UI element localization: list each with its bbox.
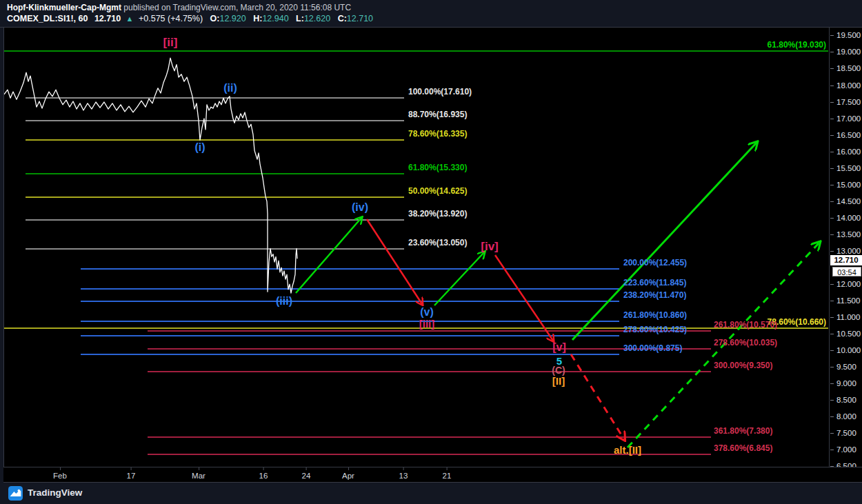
- fib-level-line: [148, 436, 711, 438]
- fib-level-line: [81, 354, 619, 355]
- bar-countdown-badge: 03:54: [832, 267, 861, 276]
- fib-level-label: 238.20%(11.470): [623, 291, 686, 300]
- fib-level-line: [26, 248, 404, 250]
- tradingview-brand[interactable]: TradingView: [28, 487, 82, 498]
- last-price: 12.710: [94, 14, 121, 23]
- wave-label: (i): [194, 141, 205, 154]
- trend-arrow: [296, 218, 361, 293]
- fib-level-label: 278.60%(10.035): [714, 339, 777, 347]
- wave-label: [iv]: [481, 240, 499, 254]
- time-axis-tick: 24: [302, 472, 311, 480]
- price-axis-tick: 7.500: [836, 429, 856, 438]
- ohlc-close: C:12.710: [338, 14, 373, 23]
- wave-label: (ii): [223, 82, 237, 94]
- wave-label: [II]: [552, 375, 565, 387]
- fib-level-label: 278.60%(10.425): [623, 325, 687, 334]
- ohlc-high: H:12.940: [253, 14, 288, 23]
- price-axis-tick: 8.500: [836, 396, 856, 405]
- price-axis-tick: 15.500: [836, 164, 861, 173]
- wave-label: [iii]: [419, 318, 435, 330]
- price-axis-tick: 19.000: [836, 48, 861, 57]
- fib-level-label: 61.80%(15.330): [408, 163, 467, 172]
- price-axis-tick: 7.000: [836, 445, 856, 454]
- fib-level-line: [26, 139, 404, 141]
- trend-arrow: [434, 252, 484, 305]
- up-arrow-icon: ▲: [126, 14, 134, 23]
- publisher-name: Hopf-Klinkmueller-Cap-Mgmt: [7, 3, 121, 12]
- time-axis-tick: Feb: [53, 472, 67, 480]
- wave-label: (iv): [352, 201, 368, 214]
- fib-level-line: [26, 219, 404, 221]
- fib-level-line: [81, 288, 619, 290]
- fib-level-label: 261.80%(10.570): [714, 321, 777, 330]
- fib-level-line: [26, 173, 404, 174]
- tradingview-logo[interactable]: [8, 486, 23, 501]
- fib-level-label: 261.80%(10.860): [623, 311, 687, 320]
- fib-level-label: 61.80%(19.030): [768, 41, 826, 50]
- price-axis-tick: 14.000: [836, 214, 861, 223]
- fib-level-label: 38.20%(13.920): [408, 210, 467, 219]
- fib-level-label: 200.00%(12.455): [623, 259, 687, 268]
- publish-line: Hopf-Klinkmueller-Cap-Mgmt published on …: [7, 2, 862, 13]
- price-axis-tick: 11.000: [836, 313, 860, 322]
- price-axis-tick: 17.500: [836, 98, 861, 107]
- symbol-interval[interactable]: COMEX_DL:SI1!, 60: [7, 14, 88, 23]
- price-axis-tick: 19.500: [836, 31, 861, 40]
- fib-level-label: 223.60%(11.845): [623, 279, 686, 288]
- ohlc-open: O:12.920: [210, 14, 246, 23]
- time-axis-tick: Mar: [192, 472, 206, 480]
- wave-label: alt.[II]: [614, 444, 641, 456]
- tradingview-footer: TradingView: [0, 483, 862, 504]
- fib-level-label: 88.70%(16.935): [408, 110, 467, 119]
- tradingview-snapshot: Hopf-Klinkmueller-Cap-Mgmt published on …: [0, 0, 862, 504]
- price-axis-tick: 10.000: [836, 346, 861, 355]
- time-axis[interactable]: Feb17Mar1624Apr1321: [3, 467, 862, 483]
- price-axis[interactable]: 12.710 03:54 19.50019.00018.50018.00017.…: [829, 28, 862, 467]
- published-text: published on TradingView.com, March 20, …: [121, 3, 351, 12]
- time-axis-tick: Apr: [342, 472, 354, 480]
- price-axis-tick: 16.500: [836, 131, 861, 140]
- time-axis-tick: 13: [399, 472, 408, 480]
- fib-level-line: [81, 301, 619, 302]
- fib-level-label: 23.60%(13.050): [408, 239, 467, 248]
- wave-label: (v): [420, 306, 434, 319]
- publish-info-bar: Hopf-Klinkmueller-Cap-Mgmt published on …: [0, 0, 862, 28]
- price-axis-tick: 13.500: [836, 230, 861, 239]
- fib-level-label: 378.60%(6.845): [714, 444, 772, 453]
- trend-arrow: [367, 219, 422, 304]
- time-axis-tick: 17: [127, 472, 136, 480]
- price-change: +0.575 (+4.75%): [139, 14, 203, 23]
- price-axis-tick: 10.500: [836, 330, 861, 339]
- wave-label: [ii]: [163, 36, 178, 50]
- price-axis-tick: 12.000: [836, 280, 861, 289]
- price-axis-tick: 18.500: [836, 64, 861, 73]
- chart-area[interactable]: 61.80%(19.030)100.00%(17.610)88.70%(16.9…: [3, 28, 830, 467]
- fib-level-label: 361.80%(7.380): [714, 427, 772, 436]
- price-axis-tick: 11.500: [836, 296, 860, 305]
- fib-level-line: [148, 371, 711, 372]
- fib-level-line: [26, 196, 404, 198]
- fib-level-label: 300.00%(9.875): [623, 344, 682, 353]
- time-axis-tick: 16: [259, 472, 268, 480]
- fib-level-label: 50.00%(14.625): [408, 187, 467, 196]
- time-axis-tick: 21: [443, 472, 452, 480]
- fib-level-label: 300.00%(9.350): [714, 361, 772, 370]
- price-axis-tick: 16.000: [836, 148, 861, 157]
- fib-level-line: [26, 97, 404, 99]
- wave-label: [v]: [552, 341, 566, 354]
- price-axis-tick: 9.500: [836, 363, 856, 372]
- price-axis-tick: 8.000: [836, 412, 856, 421]
- ohlc-low: L:12.620: [296, 14, 330, 23]
- fib-level-label: 78.60%(16.335): [408, 130, 467, 139]
- fib-level-line: [26, 120, 404, 121]
- wave-label: (iii): [276, 295, 292, 308]
- last-price-badge: 12.710: [830, 255, 862, 265]
- fib-level-line: [4, 50, 828, 52]
- fib-level-line: [81, 335, 619, 336]
- price-axis-tick: 9.000: [836, 379, 856, 388]
- price-line: [4, 58, 297, 293]
- symbol-line: COMEX_DL:SI1!, 60 12.710 ▲ +0.575 (+4.75…: [7, 13, 862, 25]
- price-axis-tick: 15.000: [836, 181, 861, 190]
- fib-level-label: 100.00%(17.610): [408, 88, 472, 97]
- fib-level-line: [4, 327, 828, 329]
